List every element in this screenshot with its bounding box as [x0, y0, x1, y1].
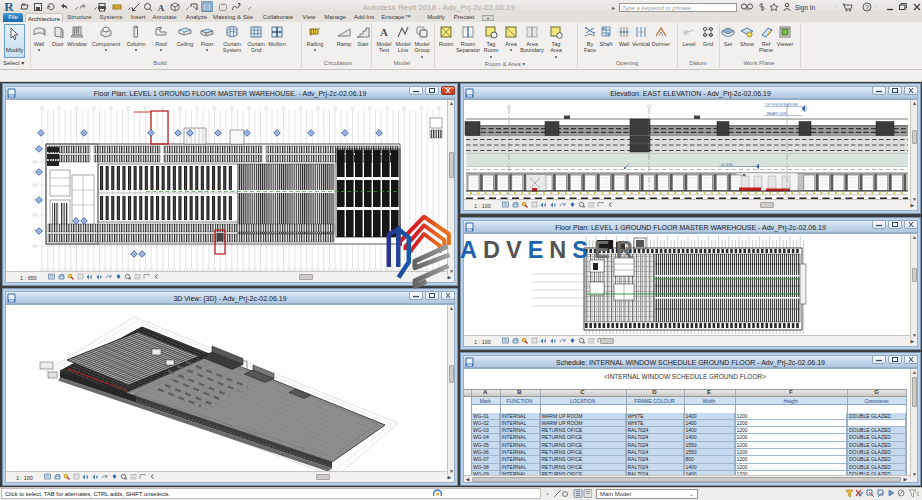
svg-text:·: · [875, 3, 877, 10]
svg-text:0: 0 [917, 491, 919, 497]
svg-text:?: ? [865, 4, 869, 11]
svg-text:R: R [4, 0, 14, 13]
svg-text:A: A [380, 26, 388, 38]
svg-text:A: A [158, 3, 165, 13]
svg-text:GL LEVEL: GL LEVEL [721, 163, 734, 167]
svg-text:Sign In: Sign In [795, 4, 816, 12]
svg-text:PARAPET LEVEL: PARAPET LEVEL [767, 112, 788, 116]
svg-text:·: · [835, 3, 837, 10]
svg-text:TOP OF ROOF PLATFORM: TOP OF ROOF PLATFORM [765, 103, 797, 107]
